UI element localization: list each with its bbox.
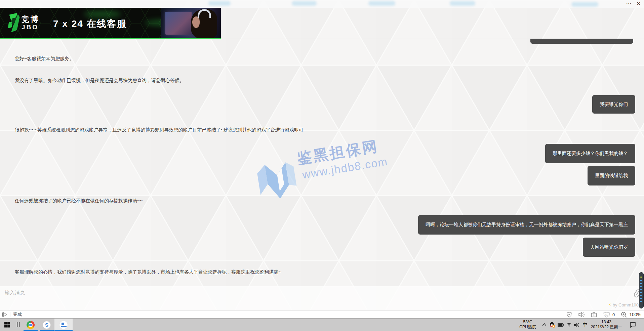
- action-center-icon[interactable]: [628, 319, 638, 331]
- tray-expand-chevron[interactable]: [540, 319, 548, 331]
- comm100-branding: ⚡by Comm100: [571, 302, 639, 307]
- adblock-count: 0: [612, 312, 615, 317]
- cpu-temperature[interactable]: 53℃ CPU温度: [518, 320, 538, 330]
- faded-watermark-smudge: [292, 1, 317, 6]
- scrollbar-thumb[interactable]: [639, 272, 644, 308]
- visitor-message-bubble: 里面的钱退给我: [588, 166, 635, 185]
- desktop-screen: ⋯ ✕ 竞博 JBO 7 x 24 在线客服: [0, 0, 644, 331]
- window-close-icon[interactable]: ✕: [635, 0, 643, 7]
- faded-watermark-smudge: [208, 1, 231, 6]
- safety-check-icon[interactable]: [566, 312, 572, 318]
- sound-icon[interactable]: [578, 312, 585, 317]
- clock-time: 13:43: [589, 320, 624, 325]
- sogou-browser-icon: S: [43, 321, 51, 329]
- agent-message: 您好~客服很荣幸为您服务。: [15, 55, 74, 62]
- agent-message: 我没有了黑暗。如今动作已缓慢，但是夜魔还是会尽快为您查询，请您耐心等候。: [15, 77, 184, 84]
- visitor-message-bubble: 我要曝光你们: [592, 95, 635, 114]
- status-right: AD 0 100%: [566, 311, 641, 319]
- visitor-message-bubble: 那里面还要多少钱？你们黑我的钱？: [545, 144, 635, 163]
- taskbar-chrome[interactable]: [24, 319, 38, 331]
- taskbar-pinned-app[interactable]: [15, 319, 22, 331]
- page-status-text: 完成: [13, 312, 22, 318]
- start-button[interactable]: [2, 319, 12, 331]
- volume-tray-icon[interactable]: [573, 319, 581, 331]
- jbo-service-banner: 竞博 JBO 7 x 24 在线客服: [0, 8, 221, 39]
- clock-date: 2021/2/22 星期一: [589, 325, 624, 330]
- extensions-box-icon[interactable]: [591, 312, 597, 318]
- chrome-icon: [27, 321, 35, 329]
- visitor-message-bubble: 去网站曝光你们罗: [583, 238, 635, 257]
- cpu-temp-label: CPU温度: [518, 325, 538, 330]
- jbo-logo: [7, 12, 20, 33]
- qq-tray-icon[interactable]: [549, 319, 556, 331]
- brand-block: 竞博 JBO: [22, 15, 40, 31]
- green-glow: [84, 10, 121, 18]
- photo-face: [192, 16, 200, 28]
- agent-message: 很抱歉~~~英雄系统检测到您的游戏账户异常，且违反了竞博的博彩规则导致您的账户目…: [15, 126, 304, 133]
- cpu-temp-value: 53℃: [518, 320, 538, 325]
- taskbar-clock[interactable]: 13:43 2021/2/22 星期一: [589, 320, 624, 330]
- battery-tray-icon[interactable]: [557, 319, 565, 331]
- banner-headline: 7 x 24 在线客服: [53, 17, 161, 30]
- wifi-tray-icon[interactable]: [565, 319, 573, 331]
- windows-taskbar: S 53℃ CPU温度: [0, 318, 644, 331]
- message-composer: ⚡by Comm100: [0, 286, 644, 310]
- browser-status-bar: 完成 AD 0: [0, 310, 644, 318]
- status-left: 完成: [1, 311, 22, 319]
- brand-name-en: JBO: [22, 24, 40, 31]
- faded-watermark-smudge: [571, 2, 598, 7]
- taskbar-browser[interactable]: S: [40, 319, 54, 331]
- svg-text:AD: AD: [605, 314, 608, 316]
- lightning-icon: ⚡: [609, 302, 612, 307]
- chat-bubble-partial: [530, 39, 633, 44]
- message-input[interactable]: [5, 290, 627, 307]
- faded-watermark-smudge: [450, 1, 475, 6]
- brand-name-cn: 竞博: [22, 15, 40, 24]
- page-state-icon: [1, 312, 7, 317]
- ime-language-indicator[interactable]: 中: [581, 319, 589, 331]
- comm100-label: by Comm100: [613, 302, 639, 307]
- status-divider: [10, 312, 10, 317]
- jhdb8-app-icon: [59, 321, 68, 329]
- window-title-strip: ⋯ ✕: [0, 0, 644, 8]
- zoom-level-text[interactable]: 100%: [629, 312, 641, 317]
- adblock-shield-icon[interactable]: AD: [603, 312, 610, 318]
- taskbar-active-app[interactable]: [54, 319, 73, 331]
- agent-message: 客服理解您的心情，我们感谢您对竞博的支持与厚爱，除了竞博以外，市场上也有各大平台…: [15, 268, 281, 275]
- agent-message: 任何违规被冻结了的账户已经不能在做任何的存提款操作滴~~: [15, 197, 143, 204]
- visitor-message-bubble: 呵呵，论坛一堆人都被你们无故手持身份证审核，无一例外都被冻结账户，你们真是天下第…: [418, 215, 635, 235]
- windows-logo-icon: [4, 322, 10, 328]
- faded-watermark-smudge: [368, 1, 395, 6]
- zoom-magnifier-icon[interactable]: [621, 312, 627, 318]
- window-more-icon[interactable]: ⋯: [624, 0, 634, 7]
- agent-photo: [161, 8, 221, 39]
- photo-monitor: [165, 12, 192, 35]
